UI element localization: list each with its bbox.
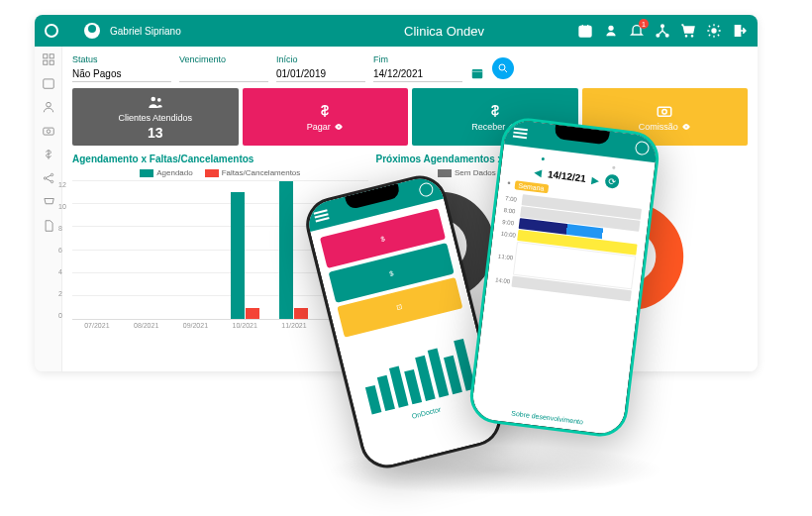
app-title: Clinica Ondev	[311, 24, 577, 39]
menu-icon[interactable]	[314, 209, 330, 222]
p2-date: 14/12/21	[548, 168, 587, 184]
legend-faltas: Faltas/Cancelamentos	[222, 168, 301, 177]
logo-icon	[45, 24, 58, 38]
legend-agendado: Agendado	[156, 168, 192, 177]
calendar-side-icon[interactable]	[42, 76, 55, 90]
fim-label: Fim	[373, 54, 462, 64]
svg-point-20	[499, 64, 505, 70]
bell-icon[interactable]: 1	[629, 23, 645, 39]
menu-icon[interactable]	[513, 128, 528, 140]
search-button[interactable]	[492, 57, 514, 79]
avatar-icon[interactable]	[84, 23, 100, 39]
date-picker-icon[interactable]	[470, 66, 484, 80]
notification-badge: 1	[639, 19, 649, 29]
gear-icon[interactable]	[706, 23, 722, 39]
svg-rect-25	[659, 107, 672, 116]
card-comissao-title: Comissão	[639, 122, 678, 132]
status-label: Status	[72, 54, 171, 64]
p2-schedule: 7:00 8:00 9:00 10:00 11:00 14:00	[495, 192, 642, 301]
dollar-icon[interactable]	[42, 148, 55, 161]
x-label: 11/2021	[273, 322, 315, 329]
card-pagar[interactable]: Pagar	[243, 88, 409, 146]
svg-point-15	[47, 130, 51, 134]
dollar-icon	[316, 102, 334, 120]
vencimento-input[interactable]	[179, 66, 268, 82]
x-label: 10/2021	[224, 322, 265, 329]
svg-rect-14	[43, 128, 53, 135]
svg-point-4	[665, 34, 668, 37]
camera-icon[interactable]	[42, 124, 55, 138]
org-icon[interactable]	[655, 23, 670, 39]
card-receber-title: Receber	[471, 122, 505, 132]
next-date-button[interactable]: ▶	[591, 173, 600, 185]
svg-rect-9	[50, 54, 53, 58]
search-icon	[497, 62, 509, 74]
legend-semdados: Sem Dados	[455, 168, 496, 177]
status-select[interactable]	[72, 66, 171, 82]
file-icon[interactable]	[42, 219, 55, 233]
svg-rect-0	[579, 26, 591, 37]
svg-point-17	[51, 173, 52, 175]
people-icon	[147, 93, 164, 111]
refresh-icon[interactable]: ⟳	[605, 173, 621, 189]
inicio-input[interactable]	[276, 66, 365, 82]
x-label: 09/2021	[175, 322, 217, 329]
share-icon[interactable]	[42, 171, 55, 185]
fim-input[interactable]	[373, 66, 462, 82]
username: Gabriel Sipriano	[110, 26, 181, 37]
svg-rect-11	[50, 60, 53, 64]
users-icon[interactable]	[603, 23, 619, 39]
dollar-icon	[486, 102, 504, 120]
svg-point-3	[657, 34, 660, 37]
svg-rect-12	[43, 79, 53, 88]
calendar-icon[interactable]	[577, 23, 593, 39]
svg-rect-10	[43, 60, 47, 64]
prev-date-button[interactable]: ◀	[534, 166, 543, 178]
camera-icon	[656, 102, 673, 120]
svg-point-5	[685, 36, 686, 37]
eye-icon	[681, 122, 691, 132]
chart-left-title: Agendamento x Faltas/Cancelamentos	[72, 154, 368, 164]
card-clientes-value: 13	[148, 125, 163, 141]
legend-semdados-icon	[438, 169, 452, 177]
dashboard-icon[interactable]	[42, 52, 55, 66]
avatar-icon[interactable]	[635, 141, 651, 156]
app-header: Gabriel Sipriano Clinica Ondev 1	[35, 15, 758, 47]
user-side-icon[interactable]	[42, 100, 55, 114]
x-label: 08/2021	[126, 322, 167, 329]
eye-icon	[334, 122, 344, 132]
svg-point-2	[661, 25, 664, 28]
svg-point-6	[691, 36, 692, 37]
svg-point-1	[609, 26, 613, 30]
svg-point-26	[662, 110, 667, 115]
svg-point-13	[46, 102, 51, 107]
card-clientes-title: Clientes Atendidos	[118, 113, 192, 123]
x-label: 07/2021	[76, 322, 118, 329]
svg-point-21	[151, 97, 155, 102]
svg-point-23	[338, 126, 340, 128]
vencimento-label: Vencimento	[179, 54, 268, 64]
p2-tag[interactable]: Semana	[514, 180, 549, 193]
svg-point-7	[712, 29, 716, 33]
svg-point-22	[157, 98, 161, 102]
avatar-icon[interactable]	[418, 181, 435, 198]
card-clientes[interactable]: Clientes Atendidos 13	[72, 88, 239, 146]
filter-bar: Status Vencimento Início Fim	[72, 54, 748, 82]
svg-point-27	[685, 126, 687, 128]
svg-point-18	[51, 180, 52, 182]
svg-rect-8	[43, 54, 47, 58]
svg-rect-19	[472, 69, 483, 78]
logout-icon[interactable]	[732, 23, 748, 39]
card-pagar-title: Pagar	[307, 122, 331, 132]
cart-side-icon[interactable]	[42, 195, 55, 209]
legend-agendado-icon	[140, 169, 153, 177]
cart-icon[interactable]	[680, 23, 696, 39]
inicio-label: Início	[276, 54, 365, 64]
legend-faltas-icon	[205, 169, 219, 177]
svg-point-16	[44, 177, 46, 179]
